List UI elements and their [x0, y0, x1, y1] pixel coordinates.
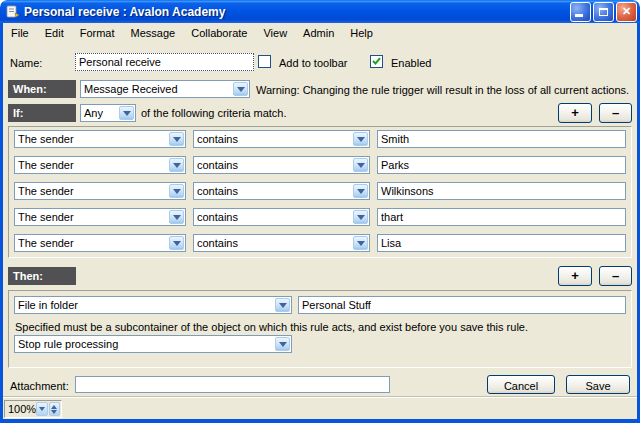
action-folder-input[interactable]: [298, 296, 626, 314]
zoom-spinner[interactable]: [49, 402, 60, 416]
title-bar: Personal receive : Avalon Academy ✕: [0, 0, 640, 23]
criteria-operator-select[interactable]: contains: [193, 182, 370, 200]
criteria-field-select[interactable]: The sender: [14, 234, 186, 252]
name-input[interactable]: [75, 53, 254, 71]
criteria-field-select[interactable]: The sender: [14, 156, 186, 174]
chevron-down-icon[interactable]: [275, 337, 290, 351]
chevron-down-icon[interactable]: [275, 298, 290, 312]
add-criteria-button[interactable]: +: [558, 103, 592, 123]
enabled-checkbox[interactable]: [370, 55, 383, 68]
menu-help[interactable]: Help: [342, 25, 381, 41]
menu-view[interactable]: View: [255, 25, 295, 41]
when-section-label: When:: [8, 80, 76, 98]
close-icon: ✕: [622, 6, 631, 17]
menu-admin[interactable]: Admin: [295, 25, 342, 41]
criteria-value-input[interactable]: [377, 234, 626, 252]
criteria-value-input[interactable]: [377, 182, 626, 200]
chevron-down-icon[interactable]: [169, 184, 184, 198]
check-icon: [372, 57, 381, 66]
spinner-up-icon: [51, 402, 57, 409]
chevron-down-icon[interactable]: [169, 132, 184, 146]
criteria-operator-select[interactable]: contains: [193, 156, 370, 174]
cancel-button[interactable]: Cancel: [487, 375, 555, 394]
chevron-down-icon[interactable]: [353, 184, 368, 198]
attachment-input[interactable]: [75, 376, 390, 393]
chevron-down-icon[interactable]: [169, 210, 184, 224]
chevron-down-icon[interactable]: [169, 158, 184, 172]
criteria-operator-select[interactable]: contains: [193, 130, 370, 148]
criteria-operator-select[interactable]: contains: [193, 234, 370, 252]
zoom-control: 100%: [4, 400, 62, 418]
name-label: Name:: [10, 57, 42, 69]
remove-action-button[interactable]: –: [599, 266, 632, 286]
window-border-left: [0, 22, 3, 423]
minimize-button[interactable]: [570, 2, 591, 22]
menu-edit[interactable]: Edit: [37, 25, 72, 41]
menu-bar: File Edit Format Message Collaborate Vie…: [3, 23, 637, 42]
if-section-label: If:: [8, 104, 76, 122]
criteria-value-input[interactable]: [377, 156, 626, 174]
second-action-select[interactable]: Stop rule processing: [14, 335, 292, 353]
menu-format[interactable]: Format: [72, 25, 123, 41]
action-type-select[interactable]: File in folder: [14, 296, 292, 314]
menu-message[interactable]: Message: [123, 25, 184, 41]
window-border-bottom: [0, 419, 640, 423]
attachment-label: Attachment:: [10, 380, 69, 392]
enabled-label[interactable]: Enabled: [391, 57, 431, 69]
add-to-toolbar-checkbox[interactable]: [258, 55, 271, 68]
rule-editor-window: Personal receive : Avalon Academy ✕ File…: [0, 0, 640, 423]
when-trigger-select[interactable]: Message Received: [80, 80, 250, 98]
zoom-dropdown-button[interactable]: [36, 402, 47, 416]
chevron-down-icon: [39, 407, 45, 414]
criteria-field-select[interactable]: The sender: [14, 208, 186, 226]
criteria-panel: The sender contains The sender contains …: [8, 126, 632, 258]
criteria-field-select[interactable]: The sender: [14, 182, 186, 200]
window-title: Personal receive : Avalon Academy: [24, 5, 568, 19]
menu-collaborate[interactable]: Collaborate: [183, 25, 255, 41]
maximize-button[interactable]: [593, 2, 614, 22]
when-warning-text: Warning: Changing the rule trigger will …: [256, 84, 629, 96]
add-to-toolbar-label[interactable]: Add to toolbar: [279, 57, 348, 69]
window-icon: [5, 4, 20, 19]
statusbar-divider: [3, 396, 637, 398]
criteria-operator-select[interactable]: contains: [193, 208, 370, 226]
minimize-icon: [575, 14, 583, 17]
if-match-select[interactable]: Any: [80, 104, 136, 122]
criteria-value-input[interactable]: [377, 130, 626, 148]
chevron-down-icon[interactable]: [353, 132, 368, 146]
chevron-down-icon[interactable]: [169, 236, 184, 250]
spinner-down-icon: [51, 410, 57, 417]
action-note-text: Specified must be a subcontainer of the …: [15, 321, 528, 333]
zoom-value: 100%: [8, 403, 36, 415]
criteria-value-input[interactable]: [377, 208, 626, 226]
then-section-label: Then:: [8, 267, 76, 285]
add-action-button[interactable]: +: [558, 266, 592, 286]
chevron-down-icon[interactable]: [233, 82, 248, 96]
chevron-down-icon[interactable]: [119, 106, 134, 120]
if-suffix-text: of the following criteria match.: [141, 107, 287, 119]
save-button[interactable]: Save: [566, 375, 630, 394]
actions-panel: File in folder Specified must be a subco…: [8, 290, 632, 368]
chevron-down-icon[interactable]: [353, 210, 368, 224]
chevron-down-icon[interactable]: [353, 236, 368, 250]
menu-file[interactable]: File: [3, 25, 37, 41]
maximize-icon: [599, 8, 608, 16]
close-button[interactable]: ✕: [616, 2, 637, 22]
remove-criteria-button[interactable]: –: [599, 103, 632, 123]
criteria-field-select[interactable]: The sender: [14, 130, 186, 148]
chevron-down-icon[interactable]: [353, 158, 368, 172]
